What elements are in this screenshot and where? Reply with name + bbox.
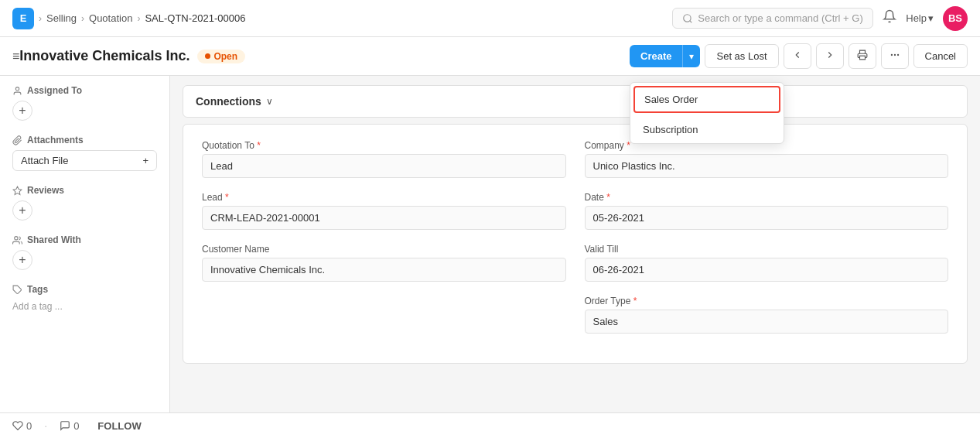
attachments-label: Attachments bbox=[27, 135, 84, 145]
create-button-group: Create ▾ Sales Order Subscription bbox=[630, 45, 700, 67]
breadcrumb-selling[interactable]: Selling bbox=[46, 12, 77, 24]
search-bar[interactable]: Search or type a command (Ctrl + G) bbox=[672, 8, 873, 29]
status-badge: Open bbox=[197, 50, 245, 63]
header-row: ≡ Innovative Chemicals Inc. Open Create … bbox=[0, 37, 980, 76]
shared-with-section: Shared With + bbox=[12, 234, 157, 270]
chevron-left-icon bbox=[792, 50, 803, 60]
svg-point-3 bbox=[891, 54, 892, 55]
toolbar: Create ▾ Sales Order Subscription Set as… bbox=[630, 43, 968, 69]
order-type-input[interactable]: Sales bbox=[585, 310, 949, 334]
next-button[interactable] bbox=[816, 43, 844, 69]
attach-file-plus-icon: + bbox=[142, 155, 149, 166]
printer-icon bbox=[857, 50, 868, 60]
sep2: › bbox=[81, 13, 84, 24]
create-dropdown-arrow[interactable]: ▾ bbox=[682, 45, 700, 67]
star-icon bbox=[12, 186, 22, 196]
help-label: Help bbox=[906, 12, 927, 24]
valid-till-input[interactable]: 06-26-2021 bbox=[585, 258, 949, 282]
connections-label: Connections bbox=[196, 95, 261, 108]
bell-icon bbox=[883, 9, 896, 23]
customer-name-input[interactable]: Innovative Chemicals Inc. bbox=[202, 258, 566, 282]
more-button[interactable] bbox=[881, 43, 909, 69]
svg-point-6 bbox=[15, 87, 19, 90]
sep3: › bbox=[137, 13, 140, 24]
breadcrumb-quotation[interactable]: Quotation bbox=[89, 12, 132, 24]
svg-line-1 bbox=[690, 20, 692, 22]
lead-group: Lead * CRM-LEAD-2021-00001 bbox=[202, 192, 566, 230]
form-row-4: Order Type * Sales bbox=[202, 296, 948, 334]
prev-button[interactable] bbox=[784, 43, 811, 69]
page-title-section: Innovative Chemicals Inc. Open bbox=[19, 48, 245, 64]
print-button[interactable] bbox=[849, 43, 876, 69]
form-row-2: Lead * CRM-LEAD-2021-00001 Date * 05-26-… bbox=[202, 192, 948, 230]
breadcrumb-area: E › Selling › Quotation › SAL-QTN-2021-0… bbox=[12, 8, 245, 29]
assigned-to-add-button[interactable]: + bbox=[12, 101, 32, 121]
customer-name-label: Customer Name bbox=[202, 244, 566, 255]
hamburger-button[interactable]: ≡ bbox=[12, 50, 19, 63]
form-card: Quotation To * Lead Company * Unico Plas… bbox=[183, 124, 968, 364]
dropdown-item-subscription[interactable]: Subscription bbox=[630, 116, 784, 143]
dropdown-item-sales-order[interactable]: Sales Order bbox=[633, 86, 780, 113]
order-type-label: Order Type * bbox=[585, 296, 949, 306]
top-navigation: E › Selling › Quotation › SAL-QTN-2021-0… bbox=[0, 0, 980, 37]
create-button[interactable]: Create bbox=[630, 45, 682, 67]
form-row-3: Customer Name Innovative Chemicals Inc. … bbox=[202, 244, 948, 282]
likes-count: 0 bbox=[26, 420, 32, 432]
shared-with-add-button[interactable]: + bbox=[12, 250, 32, 270]
svg-point-4 bbox=[894, 54, 895, 55]
quotation-to-group: Quotation To * Lead bbox=[202, 140, 566, 178]
notification-button[interactable] bbox=[883, 9, 896, 27]
shared-with-label: Shared With bbox=[27, 234, 81, 245]
comments-count: 0 bbox=[73, 420, 79, 432]
company-group: Company * Unico Plastics Inc. bbox=[585, 140, 949, 178]
reviews-section: Reviews + bbox=[12, 185, 157, 221]
svg-point-8 bbox=[15, 236, 18, 239]
bottom-bar: 0 · 0 FOLLOW bbox=[0, 412, 980, 438]
assigned-to-title: Assigned To bbox=[12, 85, 157, 96]
content-area: Connections ∨ Quotation To * Lead Compan… bbox=[170, 76, 980, 438]
company-input[interactable]: Unico Plastics Inc. bbox=[585, 154, 949, 178]
reviews-title: Reviews bbox=[12, 185, 157, 196]
app-icon[interactable]: E bbox=[12, 8, 34, 29]
connections-chevron-icon[interactable]: ∨ bbox=[266, 96, 273, 107]
lead-input[interactable]: CRM-LEAD-2021-00001 bbox=[202, 206, 566, 230]
search-placeholder: Search or type a command (Ctrl + G) bbox=[698, 12, 863, 24]
lead-label: Lead * bbox=[202, 192, 566, 203]
tags-section: Tags Add a tag ... bbox=[12, 284, 157, 312]
tags-title: Tags bbox=[12, 284, 157, 295]
attach-file-label: Attach File bbox=[21, 155, 68, 166]
comments-stat[interactable]: 0 bbox=[60, 420, 79, 432]
chevron-right-icon bbox=[825, 50, 835, 60]
date-label: Date * bbox=[585, 192, 949, 203]
attachments-section: Attachments Attach File + bbox=[12, 135, 157, 171]
create-dropdown-menu: Sales Order Subscription bbox=[630, 82, 784, 144]
main-wrapper: Assigned To + Attachments Attach File + … bbox=[0, 76, 980, 438]
date-group: Date * 05-26-2021 bbox=[585, 192, 949, 230]
sep1: › bbox=[39, 13, 42, 24]
sidebar: Assigned To + Attachments Attach File + … bbox=[0, 76, 170, 438]
avatar[interactable]: BS bbox=[943, 6, 968, 31]
customer-name-group: Customer Name Innovative Chemicals Inc. bbox=[202, 244, 566, 282]
reviews-add-button[interactable]: + bbox=[12, 200, 32, 221]
breadcrumb-doc-id[interactable]: SAL-QTN-2021-00006 bbox=[145, 12, 245, 24]
heart-icon bbox=[12, 420, 23, 431]
quotation-to-input[interactable]: Lead bbox=[202, 154, 566, 178]
assigned-to-section: Assigned To + bbox=[12, 85, 157, 121]
help-button[interactable]: Help ▾ bbox=[906, 12, 934, 24]
svg-rect-2 bbox=[859, 56, 865, 60]
likes-stat[interactable]: 0 bbox=[12, 420, 32, 432]
add-tag-label[interactable]: Add a tag ... bbox=[12, 301, 63, 312]
shared-with-title: Shared With bbox=[12, 234, 157, 245]
search-icon bbox=[682, 13, 693, 24]
svg-point-5 bbox=[897, 54, 898, 55]
dot-separator: · bbox=[44, 419, 47, 432]
date-input[interactable]: 05-26-2021 bbox=[585, 206, 949, 230]
ellipsis-icon bbox=[890, 50, 900, 60]
topnav-right: Search or type a command (Ctrl + G) Help… bbox=[672, 6, 968, 31]
valid-till-group: Valid Till 06-26-2021 bbox=[585, 244, 949, 282]
cancel-button[interactable]: Cancel bbox=[913, 44, 968, 68]
set-as-lost-button[interactable]: Set as Lost bbox=[705, 44, 778, 68]
attach-file-button[interactable]: Attach File + bbox=[12, 150, 157, 171]
follow-button[interactable]: FOLLOW bbox=[97, 420, 141, 432]
assigned-to-label: Assigned To bbox=[27, 85, 82, 96]
